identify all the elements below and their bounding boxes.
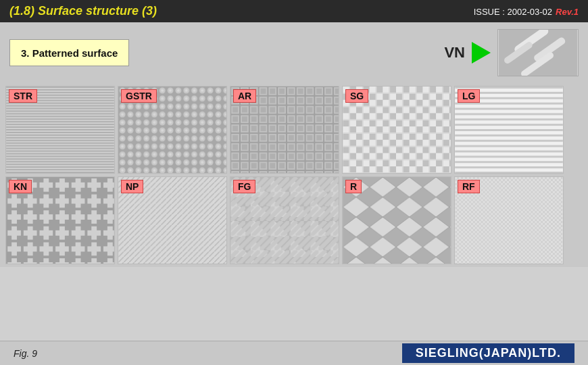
pattern-cell-lg: LG (454, 86, 564, 174)
pattern-cell-sg: SG (342, 86, 451, 174)
vn-label: VN (444, 44, 465, 62)
pattern-label-gstr: GSTR (121, 89, 157, 103)
company-name: SIEGLING(JAPAN)LTD. (402, 343, 574, 363)
figure-label: Fig. 9 (14, 348, 37, 359)
pattern-label-str: STR (9, 89, 37, 103)
arrow-icon (472, 42, 491, 64)
pattern-cell-ar: AR (230, 86, 339, 174)
pattern-label-sg: SG (345, 89, 368, 103)
section-label: 3. Patterned surface (9, 39, 129, 66)
pattern-label-np: NP (121, 180, 143, 193)
pattern-label-rf: RF (458, 180, 480, 193)
pattern-row-1: STR GSTR (5, 86, 583, 174)
pattern-row-2: KN NP (5, 176, 583, 264)
pattern-label-ar: AR (233, 89, 256, 103)
pattern-cell-rf: RF (454, 176, 564, 264)
pattern-grid: STR GSTR (0, 83, 588, 267)
issue-info: ISSUE : 2002-03-02 Rev.1 (474, 4, 579, 18)
pattern-cell-gstr: GSTR (118, 86, 227, 174)
pattern-cell-fg: FG (230, 176, 339, 264)
pattern-label-lg: LG (458, 89, 480, 103)
page-title: (1.8) Surface structure (3) (9, 4, 157, 18)
pattern-label-kn: KN (9, 180, 32, 193)
pattern-cell-str: STR (5, 86, 115, 174)
pattern-cell-np: NP (118, 176, 227, 264)
vn-image (497, 29, 579, 76)
revision-text: Rev.1 (556, 7, 579, 17)
pattern-label-r: R (345, 180, 362, 193)
issue-text: ISSUE : 2002-03-02 (474, 7, 552, 17)
page-header: (1.8) Surface structure (3) ISSUE : 2002… (0, 0, 588, 22)
page-footer: Fig. 9 SIEGLING(JAPAN)LTD. (0, 341, 588, 365)
top-section: 3. Patterned surface VN (0, 22, 588, 83)
pattern-cell-r: R (342, 176, 451, 264)
pattern-label-fg: FG (233, 180, 255, 193)
pattern-cell-kn: KN (5, 176, 115, 264)
vn-area: VN (444, 29, 579, 76)
